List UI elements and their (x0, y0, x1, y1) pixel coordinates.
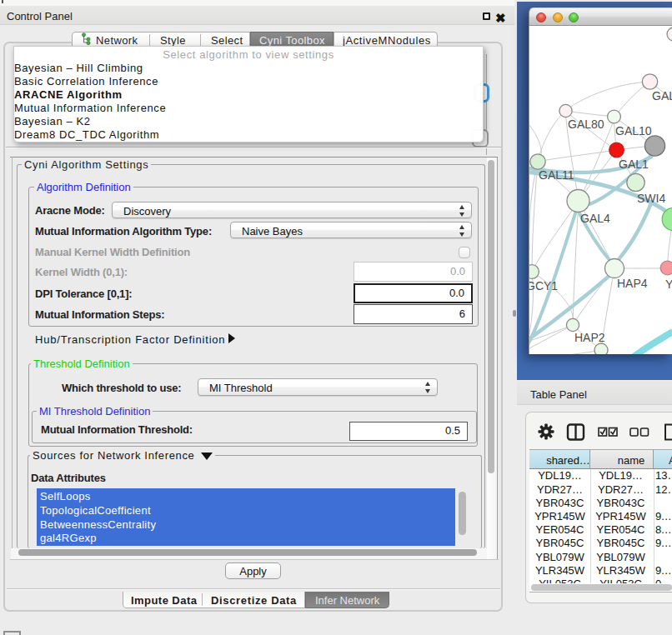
svg-text:GAL11: GAL11 (539, 168, 574, 182)
svg-text:SWI4: SWI4 (637, 192, 665, 205)
svg-text:Y: Y (665, 278, 672, 291)
svg-text:GAL80: GAL80 (568, 118, 604, 131)
svg-text:GAL10: GAL10 (615, 124, 652, 138)
svg-text:GAL7: GAL7 (652, 89, 672, 102)
svg-text:GAL1: GAL1 (619, 158, 649, 171)
svg-text:GCY1: GCY1 (529, 279, 558, 292)
svg-text:GAL4: GAL4 (580, 212, 610, 225)
svg-text:HAP4: HAP4 (617, 277, 648, 290)
svg-text:HAP2: HAP2 (574, 331, 605, 344)
